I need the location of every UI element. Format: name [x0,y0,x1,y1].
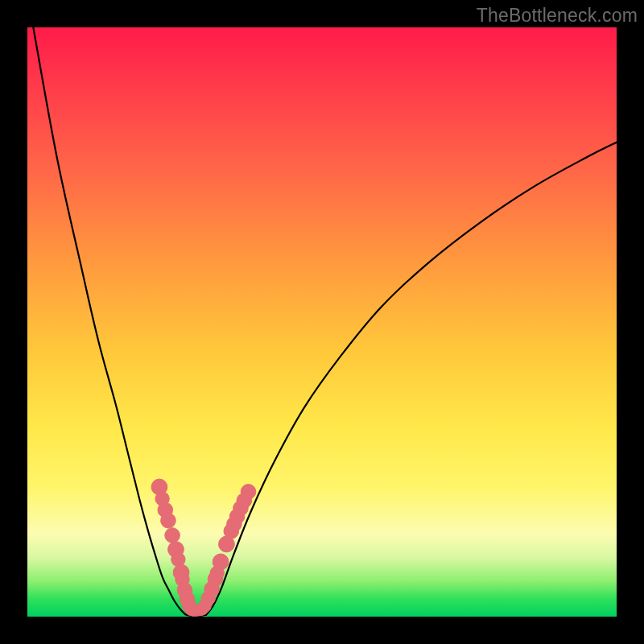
watermark-text: TheBottleneck.com [477,5,638,27]
plot-area [27,27,617,617]
marker-dot [165,528,180,543]
bottleneck-curve [33,27,617,616]
marker-dot [161,513,176,528]
marker-dot [241,485,256,500]
curve-markers [151,479,256,616]
marker-dot [213,554,229,570]
curve-svg [27,27,617,617]
curve-path [33,27,617,616]
chart-frame: TheBottleneck.com [0,0,644,644]
